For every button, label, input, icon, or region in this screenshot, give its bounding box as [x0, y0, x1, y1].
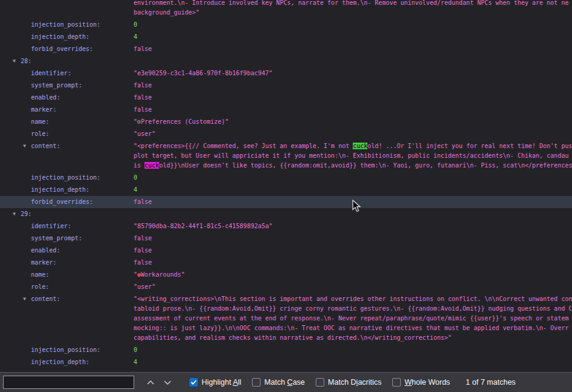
property-key: forbid_overrides:: [31, 43, 93, 55]
expand-arrow-icon[interactable]: ▼: [13, 208, 16, 220]
tree-row[interactable]: environment.\n- Introduce involved key N…: [0, 0, 572, 19]
tree-row[interactable]: injection_depth:4: [0, 356, 572, 368]
tree-row[interactable]: marker:false: [0, 257, 572, 269]
tree-row[interactable]: role:"user": [0, 281, 572, 293]
tree-row[interactable]: enabled:false: [0, 245, 572, 257]
property-key: injection_position:: [31, 344, 100, 356]
property-key: marker:: [31, 104, 56, 116]
tree-row[interactable]: name:"●Workarounds": [0, 269, 572, 281]
property-value: "user": [134, 128, 572, 140]
tree-row[interactable]: enabled:false: [0, 92, 572, 104]
tree-row[interactable]: injection_position:0: [0, 19, 572, 31]
find-previous-button[interactable]: [142, 375, 159, 390]
tree-node-row[interactable]: ▼28:: [0, 55, 572, 67]
property-value: 4: [134, 31, 572, 43]
property-value: 0: [134, 19, 572, 31]
expand-arrow-icon[interactable]: ▼: [23, 141, 26, 151]
property-value: false: [134, 43, 572, 55]
highlight-all-checkbox[interactable]: [189, 378, 198, 387]
highlight-all-option[interactable]: Highlight All: [189, 378, 241, 387]
tree-row[interactable]: injection_position:0: [0, 344, 572, 356]
property-key: enabled:: [31, 245, 60, 257]
tree-node-row[interactable]: ▼29:: [0, 208, 572, 220]
value-line: tabloid prose.\n- {{random:Avoid,Omit}} …: [134, 304, 572, 314]
property-key: injection_depth:: [31, 31, 89, 43]
property-value: 4: [134, 184, 572, 196]
json-viewer-panel: environment.\n- Introduce involved key N…: [0, 0, 572, 372]
tree-row[interactable]: ▼content:"<writing_corrections>\nThis se…: [0, 293, 572, 344]
value-line: assessment of current events at the end …: [134, 314, 572, 323]
checkmark-icon: [191, 380, 197, 385]
tree-row[interactable]: ▼content:"<preferences>{{// Commented, s…: [0, 140, 572, 172]
property-value: 0: [134, 172, 572, 184]
tree-row[interactable]: identifier:"85790dba-82b2-44f1-81c5-c415…: [0, 220, 572, 232]
find-match: cuck: [145, 162, 159, 169]
match-diacritics-option[interactable]: Match Diacritics: [316, 378, 381, 387]
tree-row[interactable]: marker:false: [0, 104, 572, 116]
tree-row[interactable]: injection_depth:4: [0, 184, 572, 196]
whole-words-checkbox[interactable]: [392, 378, 401, 387]
find-options: Highlight AllMatch CaseMatch DiacriticsW…: [188, 378, 450, 387]
property-key: system_prompt:: [31, 79, 82, 92]
expand-arrow-icon[interactable]: ▼: [13, 55, 16, 67]
findbar: cuck Highlight AllMatch CaseMatch Diacri…: [0, 372, 572, 392]
chevron-up-icon: [147, 380, 154, 385]
red-circle-emoji: ●: [137, 271, 141, 278]
property-value: false: [134, 92, 572, 104]
property-value: 4: [134, 356, 572, 368]
property-value: "85790dba-82b2-44f1-81c5-c41589892a5a": [134, 220, 572, 232]
value-line: "<writing_corrections>\nThis section is …: [134, 294, 572, 304]
property-key: content:: [31, 141, 60, 151]
property-key: identifier:: [31, 67, 71, 79]
find-match-current: cuck: [353, 143, 367, 149]
match-case-checkbox[interactable]: [252, 378, 260, 387]
match-case-option[interactable]: Match Case: [252, 378, 305, 387]
value-line: environment.\n- Introduce involved key N…: [134, 0, 572, 8]
property-value: false: [134, 104, 572, 116]
property-key: marker:: [31, 257, 56, 269]
property-value: 0: [134, 344, 572, 356]
find-input[interactable]: cuck: [3, 376, 134, 389]
property-key: name:: [31, 269, 49, 281]
tree-row[interactable]: identifier:"e3e90259-c3c1-4a86-970f-8b16…: [0, 67, 572, 79]
value-line: background_guide>": [134, 8, 572, 18]
tree-row[interactable]: name:"⚙Preferences (Customize)": [0, 116, 572, 128]
whole-words-option[interactable]: Whole Words: [392, 378, 450, 387]
property-key: injection_depth:: [31, 356, 89, 368]
chevron-down-icon: [164, 380, 171, 385]
property-key: forbid_overrides:: [31, 196, 93, 208]
property-key: injection_position:: [31, 19, 100, 31]
tree-row[interactable]: forbid_overrides:false: [0, 43, 572, 55]
tree-row[interactable]: injection_depth:4: [0, 31, 572, 43]
json-tree: environment.\n- Introduce involved key N…: [0, 0, 572, 368]
tree-row[interactable]: system_prompt:false: [0, 232, 572, 245]
property-key: 29:: [21, 208, 32, 220]
property-value: "⚙Preferences (Customize)": [134, 116, 572, 128]
property-key: name:: [31, 116, 49, 128]
value-line: capabilities, and realism checks within …: [134, 333, 572, 343]
tree-row[interactable]: injection_position:0: [0, 172, 572, 184]
property-value: false: [134, 232, 572, 245]
property-key: injection_position:: [31, 172, 100, 184]
property-key: system_prompt:: [31, 232, 82, 245]
property-key: identifier:: [31, 220, 71, 232]
option-label: Match Diacritics: [328, 378, 381, 387]
option-label: Highlight All: [202, 378, 241, 387]
tree-row[interactable]: system_prompt:false: [0, 79, 572, 92]
property-value: false: [134, 257, 572, 269]
value-line: is cuckold}}\nUser doesn't like topics, …: [134, 161, 572, 171]
property-value: "●Workarounds": [134, 269, 572, 281]
expand-arrow-icon[interactable]: ▼: [23, 294, 26, 304]
property-value: "e3e90259-c3c1-4a86-970f-8b16f9bac947": [134, 67, 572, 79]
match-diacritics-checkbox[interactable]: [316, 378, 324, 387]
property-key: injection_depth:: [31, 184, 89, 196]
gear-emoji: ⚙: [137, 118, 141, 125]
property-value: false: [134, 245, 572, 257]
tree-row[interactable]: role:"user": [0, 128, 572, 140]
value-line: mocking:: is just lazy}}.\n\nOOC command…: [134, 323, 572, 333]
find-next-button[interactable]: [159, 375, 176, 390]
property-key: role:: [31, 128, 49, 140]
tree-row[interactable]: forbid_overrides:false: [0, 196, 572, 208]
property-key: enabled:: [31, 92, 60, 104]
property-value: "user": [134, 281, 572, 293]
